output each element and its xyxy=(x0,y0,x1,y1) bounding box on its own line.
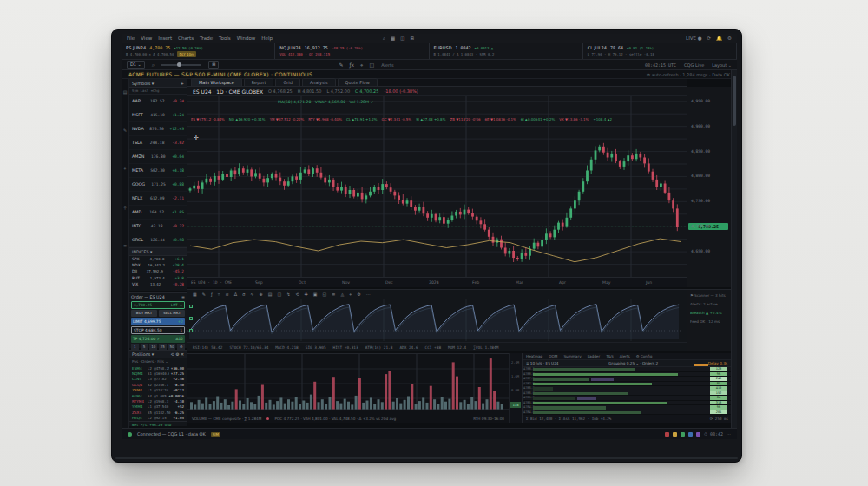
volume-bar-chart[interactable] xyxy=(187,354,509,413)
time-axis[interactable]: ES U24 · 1D · CMESepOctNovDec2024FebMarA… xyxy=(187,277,687,287)
watchlist-group-header[interactable]: INDICES ▾ xyxy=(129,247,187,256)
layout-select[interactable]: Layout ⌄ xyxy=(712,62,732,68)
osc-tool-icon-12[interactable]: ⟲ xyxy=(295,292,299,297)
depth-tab-summary[interactable]: Summary xyxy=(563,354,581,358)
depth-grouping[interactable]: Grouping 0.25 ⌄ · Orders 2 xyxy=(608,361,658,365)
watchlist-row-orcl[interactable]: ORCL126.44+0.58 xyxy=(129,233,187,247)
depth-tab-ladder[interactable]: Ladder xyxy=(588,354,601,358)
osc-tool-icon-18[interactable]: ⌖ xyxy=(349,292,352,298)
position-row-esm4[interactable]: ESM4L2 @4768.25+36.00 xyxy=(129,365,187,371)
osc-tool-icon-19[interactable]: ⚙ xyxy=(357,292,360,297)
menu-item-file[interactable]: File xyxy=(127,36,135,41)
watchlist-row-nvda[interactable]: NVDA876.30+12.45 xyxy=(129,122,187,136)
main-chart-plot[interactable]: MA(50) 4,671.20 · VWAP 4,669.80 · Vol 1.… xyxy=(187,96,687,277)
order-price-field[interactable]: 4,700.25LMT ⌄ xyxy=(131,301,185,309)
osc-tool-icon-9[interactable]: ▤ xyxy=(268,292,273,297)
order-menu-icon[interactable]: ≡ xyxy=(181,295,185,299)
menu-icon-1[interactable]: ▦ xyxy=(391,36,395,42)
osc-legend-square[interactable] xyxy=(189,329,193,332)
position-row-heq4[interactable]: HEQ4L2 @92.15+1.05 xyxy=(129,416,187,421)
watchlist-title[interactable]: Symbols ▾ xyxy=(132,81,154,86)
watchlist-row-aapl[interactable]: AAPL182.52-0.34 xyxy=(129,95,187,108)
menu-item-window[interactable]: Window xyxy=(237,36,256,41)
osc-tool-icon-11[interactable]: ↯ xyxy=(286,292,290,297)
osc-tool-icon-6[interactable]: σ xyxy=(242,292,245,297)
tab-grid[interactable]: Grid xyxy=(275,78,300,86)
osc-legend-square[interactable] xyxy=(189,305,193,308)
osc-tool-icon-14[interactable]: ▣ xyxy=(313,292,318,297)
tab-analysis[interactable]: Analysis xyxy=(302,78,336,86)
watchlist-row-meta[interactable]: META502.30+4.18 xyxy=(129,164,187,178)
zoom-slider[interactable] xyxy=(161,64,201,66)
menu-right-icon-1[interactable]: ⟳ xyxy=(707,36,712,41)
menu-icon-2[interactable]: ◫ xyxy=(400,36,404,42)
rail-icon-0[interactable]: ▤ xyxy=(123,89,128,95)
depth-tab--config[interactable]: ⚙ Config xyxy=(636,354,653,358)
grid-layout-icon[interactable]: ⊞ xyxy=(208,61,219,69)
tab-quote-flow[interactable]: Quote Flow xyxy=(338,78,378,86)
position-row-nqm4[interactable]: NQM4S1 @16940.0+27.25 xyxy=(129,371,187,376)
osc-tool-icon-13[interactable]: ✚ xyxy=(305,292,308,297)
qty-button-50[interactable]: 50 xyxy=(168,344,176,350)
osc-tool-icon-5[interactable]: Δ xyxy=(234,292,237,297)
limit-order-row[interactable]: LIMIT 4,699.75+2 xyxy=(131,318,185,325)
watchlist-row-intc[interactable]: INTC43.18-0.22 xyxy=(129,220,187,233)
qty-button-10[interactable]: 10 xyxy=(149,344,157,350)
watchlist-row-nflx[interactable]: NFLX612.09-2.11 xyxy=(129,192,187,206)
osc-tool-icon-2[interactable]: ƒ xyxy=(211,292,213,297)
tab-report[interactable]: Report xyxy=(244,78,274,86)
candlestick-chart[interactable] xyxy=(187,96,687,277)
search-icon[interactable]: ⌕ xyxy=(152,62,155,69)
positions-tabs[interactable]: Pos · Orders · Fills ⌄ xyxy=(129,358,187,365)
chart-symbol[interactable]: ES U24 · 1D · CME GLOBEX xyxy=(193,89,263,95)
positions-title[interactable]: Positions ▾ xyxy=(132,352,154,357)
osc-tool-icon-17[interactable]: ◬ xyxy=(340,292,344,297)
add-symbol-button[interactable]: + xyxy=(181,81,184,86)
positions-icon-2[interactable]: ✕ xyxy=(181,352,184,357)
menu-right-icon-2[interactable]: 🔔 xyxy=(716,36,722,41)
menu-icon-3[interactable]: ⊞ xyxy=(410,36,414,42)
toolbar-icon-2[interactable]: ⌖ xyxy=(360,62,363,69)
status-more-button[interactable]: ⋯ xyxy=(727,431,731,437)
watchlist-row-tsla[interactable]: TSLA244.18-3.02 xyxy=(129,136,187,150)
toolbar-icon-1[interactable]: ƒx xyxy=(349,62,354,69)
menu-right-icon-3[interactable]: ⚙ xyxy=(727,36,732,41)
watchlist-row-rut[interactable]: RUT1,972.4+3.8 xyxy=(129,275,187,281)
position-row-gcq4[interactable]: GCQ4S2 @2346.1-8.40 xyxy=(129,382,187,387)
price-axis[interactable]: 4,700.25 4,950.004,900.004,850.004,800.0… xyxy=(687,87,731,287)
sell-button[interactable]: SELL MKT xyxy=(159,310,185,317)
depth-tab-dom[interactable]: DOM xyxy=(549,354,557,358)
menu-item-insert[interactable]: Insert xyxy=(158,36,172,41)
position-row-6em4[interactable]: 6EM4S4 @1.0858+0.0016 xyxy=(129,393,187,398)
qty-button-1[interactable]: 1 xyxy=(131,344,139,350)
qty-button-⚙[interactable]: ⚙ xyxy=(177,344,185,350)
interval-select[interactable]: D1 ⌄ xyxy=(127,61,145,69)
rail-icon-3[interactable]: ⚲ xyxy=(123,205,127,210)
ticker-group-nq-jun24[interactable]: NQ JUN2416,912.75-48.25 (-0.29%)VOL 412,… xyxy=(275,43,429,59)
toolbar-icon-3[interactable]: ◫ xyxy=(369,62,374,69)
oscillator-line-chart[interactable] xyxy=(187,299,687,341)
position-row-cln4[interactable]: CLN4L3 @77.82+2.46 xyxy=(129,377,187,382)
menu-item-view[interactable]: View xyxy=(141,36,152,41)
osc-tool-icon-16[interactable]: ≡ xyxy=(332,292,335,297)
osc-legend-square[interactable] xyxy=(189,317,193,320)
depth-tab-alerts[interactable]: Alerts xyxy=(620,354,630,358)
osc-tool-icon-10[interactable]: ◫ xyxy=(277,292,281,297)
watchlist-row-amd[interactable]: AMD164.52+1.05 xyxy=(129,206,187,220)
osc-tool-icon-4[interactable]: ≋ xyxy=(226,292,229,297)
alerts-button[interactable]: Alerts xyxy=(381,62,394,68)
dom-ladder[interactable]: 12896240854101526431896205 xyxy=(710,367,727,415)
position-row-ymm4[interactable]: YMM4L1 @37,540+52 xyxy=(129,404,187,410)
position-row-zbm4[interactable]: ZBM4L1 @118'24+0'12 xyxy=(129,388,187,393)
osc-tool-icon-8[interactable]: ⊕ xyxy=(260,292,263,297)
position-row-zsx4[interactable]: ZSX4S5 @1182.50-6.25 xyxy=(129,410,187,415)
depth-tab-t-s[interactable]: T&S xyxy=(606,354,613,358)
watchlist-row-amzn[interactable]: AMZN176.80+0.64 xyxy=(129,150,187,164)
watchlist-row-spx[interactable]: SPX4,700.8+6.1 xyxy=(129,256,187,262)
watchlist-row-goog[interactable]: GOOG171.25+0.88 xyxy=(129,178,187,192)
watchlist-row-msft[interactable]: MSFT415.10+1.24 xyxy=(129,108,187,122)
ticker-group-es-jun24[interactable]: ES JUN244,700.25+12.50 (0.26%)B 4,700.00… xyxy=(122,43,275,59)
vertical-scrollbar[interactable] xyxy=(731,70,737,428)
menu-item-trade[interactable]: Trade xyxy=(200,36,213,41)
tab-main-workspace[interactable]: Main Workspace xyxy=(191,78,242,86)
